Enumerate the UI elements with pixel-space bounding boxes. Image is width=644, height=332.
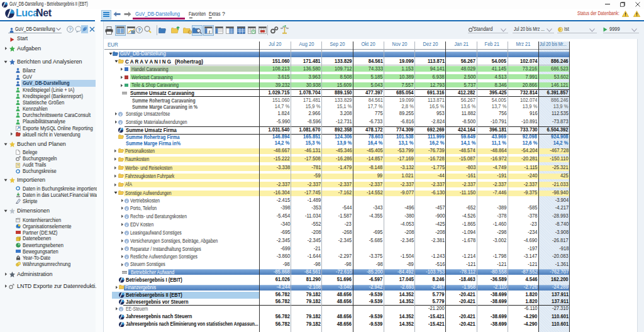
svg-text:?: ? (138, 27, 141, 33)
svg-text:?: ? (69, 26, 71, 32)
